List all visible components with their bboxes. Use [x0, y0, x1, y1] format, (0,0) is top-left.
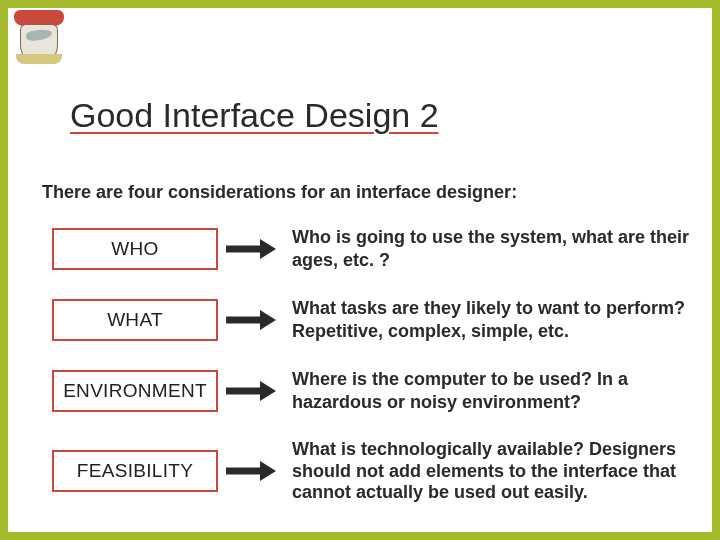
description-text: Who is going to use the system, what are… — [292, 226, 712, 271]
arrow-icon — [226, 239, 280, 259]
label-box: WHO — [52, 228, 218, 270]
arrow-icon — [226, 461, 280, 481]
description-text: What is technologically available? Desig… — [292, 439, 712, 504]
label-box: WHAT — [52, 299, 218, 341]
description-text: Where is the computer to be used? In a h… — [292, 368, 712, 413]
consideration-row-environment: ENVIRONMENT Where is the computer to be … — [52, 368, 712, 413]
slide-body: Good Interface Design 2 There are four c… — [8, 8, 712, 532]
arrow-icon — [226, 381, 280, 401]
considerations-list: WHO Who is going to use the system, what… — [52, 226, 712, 530]
label-box: FEASIBILITY — [52, 450, 218, 492]
page-title: Good Interface Design 2 — [70, 96, 439, 135]
school-crest-logo — [14, 12, 64, 66]
consideration-row-feasibility: FEASIBILITY What is technologically avai… — [52, 439, 712, 504]
arrow-icon — [226, 310, 280, 330]
consideration-row-who: WHO Who is going to use the system, what… — [52, 226, 712, 271]
intro-text: There are four considerations for an int… — [42, 182, 517, 203]
label-box: ENVIRONMENT — [52, 370, 218, 412]
consideration-row-what: WHAT What tasks are they likely to want … — [52, 297, 712, 342]
description-text: What tasks are they likely to want to pe… — [292, 297, 712, 342]
